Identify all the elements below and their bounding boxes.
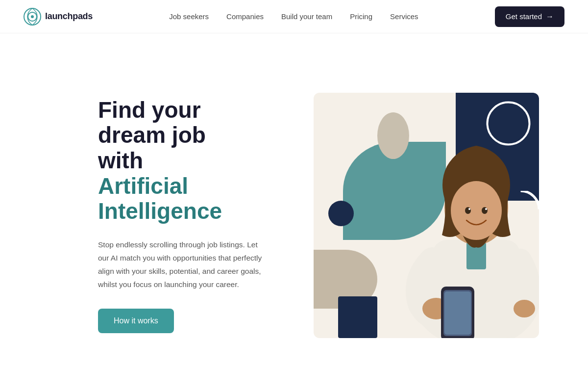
hero-title: Find yourdream jobwith ArtificialIntelli…	[98, 98, 284, 224]
nav-link-pricing[interactable]: Pricing	[350, 12, 372, 21]
hero-person-image	[393, 112, 539, 338]
hero-section: Find yourdream jobwith ArtificialIntelli…	[0, 33, 588, 368]
svg-point-8	[451, 181, 502, 240]
how-it-works-button[interactable]: How it works	[98, 309, 174, 333]
svg-point-14	[514, 300, 535, 317]
arrow-right-icon: →	[546, 12, 554, 21]
shape-navy-circle	[328, 201, 354, 226]
hero-bg-shapes	[314, 93, 539, 338]
nav-item-services[interactable]: Services	[390, 12, 418, 21]
nav-item-build-team[interactable]: Build your team	[281, 12, 332, 21]
nav-link-build-team[interactable]: Build your team	[281, 12, 332, 21]
svg-point-9	[465, 207, 471, 214]
svg-point-12	[485, 208, 487, 210]
nav-links: Job seekers Companies Build your team Pr…	[169, 12, 418, 21]
hero-content: Find yourdream jobwith ArtificialIntelli…	[98, 98, 284, 333]
logo-text: launchpads	[45, 11, 93, 22]
nav-item-pricing[interactable]: Pricing	[350, 12, 372, 21]
hero-title-line1: Find yourdream jobwith	[98, 97, 206, 173]
logo-icon	[24, 8, 41, 26]
how-it-works-label: How it works	[114, 316, 158, 325]
nav-item-job-seekers[interactable]: Job seekers	[169, 12, 209, 21]
navbar: launchpads Job seekers Companies Build y…	[0, 0, 588, 33]
svg-point-11	[468, 208, 470, 210]
hero-description: Stop endlessly scrolling through job lis…	[98, 238, 265, 291]
svg-point-10	[482, 207, 488, 214]
get-started-label: Get started	[506, 12, 542, 21]
svg-rect-17	[444, 291, 471, 335]
shape-navy-bottom	[338, 296, 377, 338]
svg-point-2	[31, 15, 34, 18]
hero-image-area	[314, 93, 539, 338]
nav-link-job-seekers[interactable]: Job seekers	[169, 12, 209, 21]
logo[interactable]: launchpads	[24, 8, 93, 26]
person-svg	[393, 112, 539, 338]
nav-item-companies[interactable]: Companies	[226, 12, 264, 21]
hero-title-highlight: ArtificialIntelligence	[98, 173, 222, 224]
nav-link-companies[interactable]: Companies	[226, 12, 264, 21]
nav-link-services[interactable]: Services	[390, 12, 418, 21]
get-started-button[interactable]: Get started →	[495, 6, 564, 27]
